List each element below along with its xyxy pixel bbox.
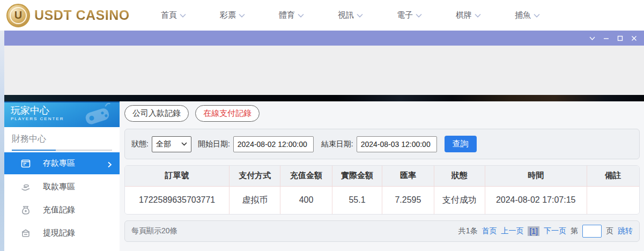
chevron-down-icon: [416, 13, 422, 18]
nav-item-home[interactable]: 首頁: [161, 10, 186, 20]
status-label: 狀態:: [131, 139, 149, 149]
tab-company-deposit-records[interactable]: 公司入款記錄: [124, 105, 189, 122]
start-date-label: 開始日期:: [198, 139, 230, 149]
pagination-bar: 每頁顯示20條 共1条 首页 上一页 [1] 下一页 第 页 跳转: [124, 220, 640, 242]
maximize-icon: [617, 35, 624, 42]
col-exchange-rate: 匯率: [382, 166, 434, 186]
cell-status: 支付成功: [434, 186, 485, 214]
status-select[interactable]: 全部: [152, 136, 191, 152]
nav-item-live[interactable]: 視訊: [338, 10, 363, 20]
cell-exchange-rate: 7.2595: [382, 186, 434, 214]
nav-item-label: 棋牌: [456, 10, 472, 20]
total-count: 共1条: [458, 226, 478, 236]
tab-label: 在線支付記錄: [203, 108, 251, 119]
recharge-icon: [20, 205, 31, 216]
chevron-down-icon: [534, 13, 540, 18]
cell-remark: [587, 186, 639, 214]
page-jump-input[interactable]: [582, 225, 602, 238]
tab-online-payment-records[interactable]: 在線支付記錄: [195, 105, 260, 122]
chevron-down-icon: [181, 142, 187, 146]
chevron-right-icon: [107, 160, 112, 167]
record-tabs: 公司入款記錄 在線支付記錄: [124, 105, 640, 122]
sidebar-item-withdraw[interactable]: 取款專區: [4, 175, 120, 198]
banner-area: [4, 46, 644, 95]
close-icon: [631, 35, 638, 42]
filter-panel: 狀態: 全部 開始日期: 結束日期: 查詢: [124, 129, 640, 159]
window-titlebar: [4, 31, 644, 46]
start-date-input[interactable]: [233, 136, 314, 152]
next-page-link[interactable]: 下一页: [544, 226, 566, 236]
nav-item-cards[interactable]: 棋牌: [456, 10, 481, 20]
deposit-icon: [20, 158, 31, 169]
content-area: 公司入款記錄 在線支付記錄 狀態: 全部 開始日期: 結束日期: 查詢: [120, 101, 644, 251]
prev-page-link[interactable]: 上一页: [501, 226, 523, 236]
withdraw-icon: [20, 182, 31, 193]
page-prefix-label: 第: [571, 226, 578, 236]
sidebar-item-funds-records[interactable]: 資金記錄: [4, 245, 120, 251]
status-select-value: 全部: [156, 139, 171, 149]
tab-label: 公司入款記錄: [132, 108, 181, 119]
col-status: 狀態: [434, 166, 485, 186]
records-table: 訂單號 支付方式 充值金額 實際金額 匯率 狀態 時間 備註 172258963: [124, 165, 640, 215]
jump-link[interactable]: 跳转: [618, 226, 633, 236]
coin-letter: U: [14, 9, 22, 21]
chevron-down-icon: [239, 13, 245, 18]
chevron-down-icon: [475, 13, 481, 18]
banner-bottom-edge: [4, 95, 644, 101]
nav-item-sports[interactable]: 體育: [279, 10, 304, 20]
query-button[interactable]: 查詢: [445, 136, 477, 152]
sidebar-menu: 存款專區 取款專區 充值記錄: [4, 152, 120, 251]
usdt-coin-icon: U: [6, 4, 30, 27]
col-recharge-amount: 充值金額: [280, 166, 332, 186]
chevron-down-icon: [357, 13, 363, 18]
workspace: 玩家中心 PLAYERS CENTER 財務中心: [4, 101, 644, 251]
sidebar: 玩家中心 PLAYERS CENTER 財務中心: [4, 101, 120, 251]
current-page-indicator: [1]: [528, 226, 539, 236]
end-date-label: 結束日期:: [321, 139, 353, 149]
window-minimize-button[interactable]: [599, 32, 613, 44]
sidebar-item-label: 存款專區: [43, 158, 75, 168]
sidebar-item-label: 取款專區: [43, 182, 75, 192]
per-page-text: 每頁顯示20條: [131, 226, 177, 236]
usdt-coin-ring: U: [10, 7, 27, 24]
nav-item-label: 首頁: [161, 10, 177, 20]
cashout-icon: [20, 228, 31, 239]
window-maximize-button[interactable]: [613, 32, 627, 44]
sidebar-section-title: 財務中心: [12, 134, 112, 145]
cell-time: 2024-08-02 17:07:15: [485, 186, 587, 214]
window-close-button[interactable]: [627, 32, 641, 44]
col-time: 時間: [485, 166, 587, 186]
nav-item-label: 彩票: [220, 10, 236, 20]
first-page-link[interactable]: 首页: [482, 226, 497, 236]
nav-item-slots[interactable]: 電子: [397, 10, 422, 20]
sidebar-item-recharge-records[interactable]: 充值記錄: [4, 198, 120, 222]
table-header-row: 訂單號 支付方式 充值金額 實際金額 匯率 狀態 時間 備註: [125, 166, 639, 186]
col-order-number: 訂單號: [125, 166, 230, 186]
sidebar-item-label: 提現記錄: [43, 228, 75, 238]
window-collapse-button[interactable]: [585, 32, 599, 44]
top-navbar: U USDT CASINO 首頁 彩票 體育 視訊 電子 棋牌: [0, 0, 644, 31]
sidebar-divider: [12, 150, 112, 151]
pager: 共1条 首页 上一页 [1] 下一页 第 页 跳转: [458, 225, 633, 238]
sidebar-item-label: 充值記錄: [43, 205, 75, 215]
minimize-icon: [603, 35, 610, 42]
brand-logo[interactable]: U USDT CASINO: [6, 4, 146, 27]
nav-item-label: 體育: [279, 10, 295, 20]
cell-payment-method: 虚拟币: [230, 186, 280, 214]
end-date-input[interactable]: [357, 136, 437, 152]
nav-item-label: 捕魚: [515, 10, 531, 20]
nav-item-label: 視訊: [338, 10, 354, 20]
sidebar-header: 玩家中心 PLAYERS CENTER: [4, 101, 120, 127]
nav-item-label: 電子: [397, 10, 413, 20]
col-payment-method: 支付方式: [230, 166, 280, 186]
cell-actual-amount: 55.1: [332, 186, 382, 214]
brand-name: USDT CASINO: [34, 8, 130, 23]
nav-item-lottery[interactable]: 彩票: [220, 10, 245, 20]
table-row: 1722589635703771 虚拟币 400 55.1 7.2595 支付成…: [125, 186, 639, 214]
nav-item-fishing[interactable]: 捕魚: [515, 10, 540, 20]
chevron-down-icon: [180, 13, 186, 18]
chevron-down-icon: [298, 13, 304, 18]
sidebar-item-deposit[interactable]: 存款專區: [4, 152, 120, 174]
col-remark: 備註: [587, 166, 639, 186]
sidebar-item-cashout-records[interactable]: 提現記錄: [4, 222, 120, 245]
